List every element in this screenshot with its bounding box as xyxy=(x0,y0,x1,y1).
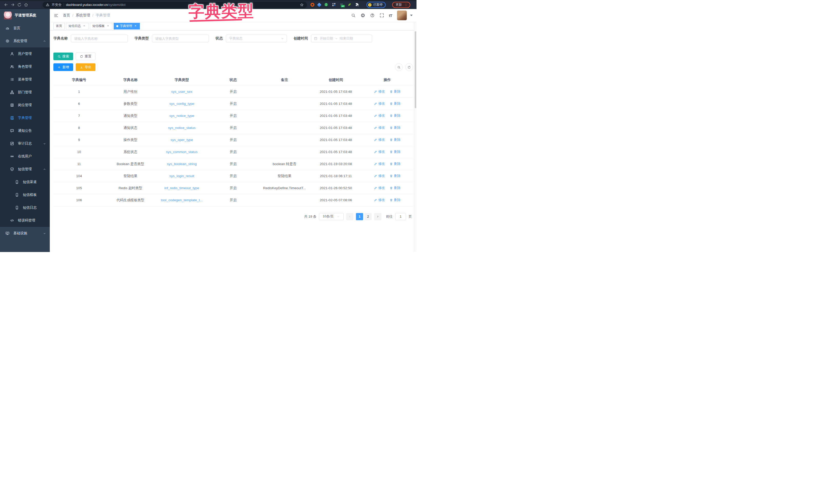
sidebar-item-sms-log[interactable]: 短信日志 xyxy=(0,201,50,214)
tab-close-icon[interactable]: × xyxy=(82,24,86,28)
dict-type-link[interactable]: sys_user_sex xyxy=(171,90,192,94)
delete-button[interactable]: 删除 xyxy=(389,174,401,178)
dict-type-link[interactable]: inf_redis_timeout_type xyxy=(164,186,199,190)
scrollbar-thumb[interactable] xyxy=(415,31,416,108)
status-select[interactable]: 字典状态 xyxy=(226,34,287,42)
tab-dict-manage[interactable]: 字典管理× xyxy=(114,23,140,29)
app-logo[interactable]: 芋道管理系统 xyxy=(0,9,50,22)
dict-type-link[interactable]: sys_config_type xyxy=(169,102,194,106)
address-bar[interactable]: 不安全 dashboard.yudao.iocoder.cn/system/di… xyxy=(43,2,307,8)
sidebar-item-infrastructure[interactable]: 基础设施 xyxy=(0,227,50,240)
dict-type-link[interactable]: sys_notice_type xyxy=(169,114,194,118)
dict-type-link[interactable]: sys_boolean_string xyxy=(167,162,196,166)
grid-extension-icon[interactable] xyxy=(332,3,336,7)
profile-paused-badge[interactable]: 已暂停 xyxy=(366,2,386,8)
delete-button[interactable]: 删除 xyxy=(389,113,401,118)
delete-button[interactable]: 删除 xyxy=(389,149,401,154)
sidebar-item-user-management[interactable]: 用户管理 xyxy=(0,47,50,60)
dict-type-link[interactable]: sys_notice_status xyxy=(168,126,195,130)
edit-button[interactable]: 修改 xyxy=(374,113,385,118)
browser-back-button[interactable] xyxy=(3,2,9,8)
dict-name-input[interactable] xyxy=(71,34,128,42)
edit-button[interactable]: 修改 xyxy=(374,137,385,142)
sidebar-item-sms-management[interactable]: 短信管理 xyxy=(0,163,50,176)
sidebar-item-post-management[interactable]: 岗位管理 xyxy=(0,99,50,111)
delete-button[interactable]: 删除 xyxy=(389,89,401,94)
goto-page-input[interactable] xyxy=(395,213,406,220)
sidebar-item-sms-channel[interactable]: 短信渠道 xyxy=(0,176,50,188)
dict-status: 开启 xyxy=(207,110,259,122)
sidebar-item-menu-management[interactable]: 菜单管理 xyxy=(0,73,50,86)
bookmark-star-icon[interactable] xyxy=(300,3,304,7)
tab-close-icon[interactable]: × xyxy=(106,24,110,28)
delete-label: 删除 xyxy=(394,198,401,202)
sidebar-item-sms-template[interactable]: 短信模板 xyxy=(0,188,50,201)
tab-home[interactable]: 首页 xyxy=(53,23,65,29)
edit-button[interactable]: 修改 xyxy=(374,174,385,178)
tab-close-icon[interactable]: × xyxy=(134,24,137,28)
toggle-search-button[interactable] xyxy=(395,63,403,71)
leaf-extension-icon[interactable] xyxy=(348,3,352,7)
user-avatar[interactable] xyxy=(397,10,407,20)
breadcrumb-system[interactable]: 系统管理 xyxy=(76,13,90,18)
gem-extension-icon[interactable] xyxy=(317,3,322,7)
sidebar-item-system-management[interactable]: 系统管理 xyxy=(0,34,50,47)
avatar-caret-down-icon[interactable] xyxy=(410,15,413,16)
dict-type-link[interactable]: sys_common_status xyxy=(166,150,197,154)
search-button[interactable]: 搜索 xyxy=(53,53,73,60)
font-size-icon[interactable]: tT xyxy=(389,13,392,18)
sidebar-item-audit-log[interactable]: 审计日志 xyxy=(0,137,50,150)
sidebar-collapse-button[interactable] xyxy=(54,13,58,18)
refresh-table-button[interactable] xyxy=(405,63,413,71)
green-coin-extension-icon[interactable] xyxy=(324,3,329,7)
browser-home-button[interactable] xyxy=(23,2,29,8)
sidebar-item-role-management[interactable]: 角色管理 xyxy=(0,60,50,73)
dict-type-input[interactable] xyxy=(152,34,209,42)
sidebar-item-dict-management[interactable]: 字典管理 xyxy=(0,111,50,124)
prev-page-button[interactable] xyxy=(346,213,353,220)
edit-button[interactable]: 修改 xyxy=(374,101,385,106)
page-size-select[interactable]: 10条/页 xyxy=(319,213,343,220)
date-range-picker[interactable]: 开始日期 ~ 结束日期 xyxy=(311,34,372,42)
browser-forward-button[interactable] xyxy=(9,2,16,8)
edit-button[interactable]: 修改 xyxy=(374,125,385,130)
edit-button[interactable]: 修改 xyxy=(374,198,385,202)
on-extension-icon[interactable]: on xyxy=(339,3,344,7)
fullscreen-icon[interactable] xyxy=(380,13,384,18)
header-search-icon[interactable] xyxy=(351,13,356,18)
tab-sms-log[interactable]: 短信日志× xyxy=(66,23,89,29)
delete-button[interactable]: 删除 xyxy=(389,198,401,202)
edit-button[interactable]: 修改 xyxy=(374,89,385,94)
breadcrumb-home[interactable]: 首页 xyxy=(63,13,70,18)
export-button[interactable]: 导出 xyxy=(76,63,95,71)
edit-button[interactable]: 修改 xyxy=(374,149,385,154)
delete-button[interactable]: 删除 xyxy=(389,101,401,106)
orange-extension-icon[interactable] xyxy=(310,3,314,7)
reset-button[interactable]: 重置 xyxy=(76,53,95,60)
browser-menu-icon[interactable] xyxy=(404,3,408,7)
dict-type-link[interactable]: sys_login_result xyxy=(169,174,194,178)
delete-button[interactable]: 删除 xyxy=(389,161,401,166)
page-button-1[interactable]: 1 xyxy=(356,213,363,220)
tab-sms-template[interactable]: 短信模板× xyxy=(90,23,112,29)
edit-button[interactable]: 修改 xyxy=(374,161,385,166)
page-button-2[interactable]: 2 xyxy=(364,213,372,220)
dict-type-link[interactable]: tool_codegen_template_t... xyxy=(161,198,203,202)
browser-reload-button[interactable] xyxy=(16,2,23,8)
help-icon[interactable] xyxy=(370,13,375,18)
delete-button[interactable]: 删除 xyxy=(389,137,401,142)
sidebar-item-online-users[interactable]: 在线用户 xyxy=(0,150,50,163)
extensions-puzzle-icon[interactable] xyxy=(355,3,359,7)
github-icon[interactable] xyxy=(361,13,365,18)
edit-button[interactable]: 修改 xyxy=(374,185,385,190)
sidebar-item-home[interactable]: 首页 xyxy=(0,22,50,34)
delete-button[interactable]: 删除 xyxy=(389,185,401,190)
add-button[interactable]: 新增 xyxy=(53,63,73,71)
sidebar-item-dept-management[interactable]: 部门管理 xyxy=(0,86,50,99)
sidebar-item-error-code-management[interactable]: 错误码管理 xyxy=(0,214,50,227)
browser-update-button[interactable]: 更新 xyxy=(392,2,410,8)
next-page-button[interactable] xyxy=(374,213,381,220)
delete-button[interactable]: 删除 xyxy=(389,125,401,130)
dict-type-link[interactable]: sys_oper_type xyxy=(170,138,193,142)
sidebar-item-notice-announcement[interactable]: 通知公告 xyxy=(0,124,50,137)
